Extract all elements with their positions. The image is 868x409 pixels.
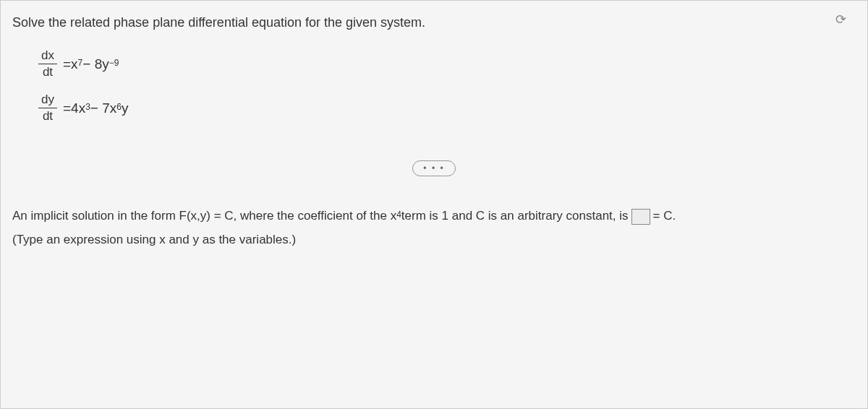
equals-sign: = (63, 56, 71, 72)
equation-1: dx dt = x7 − 8y−9 (38, 48, 856, 80)
fraction-dy-dt: dy dt (38, 92, 57, 124)
rhs-exp: 7 (78, 58, 83, 68)
equations-block: dx dt = x7 − 8y−9 dy dt = 4x3 − 7x6y (38, 48, 856, 124)
rhs-exp: 3 (85, 102, 90, 112)
answer-prompt: An implicit solution in the form F(x,y) … (12, 205, 856, 251)
prompt-text: = C. (653, 205, 676, 228)
rhs-text: 4x (71, 100, 85, 116)
rhs-2: 4x3 − 7x6y (71, 100, 128, 116)
rhs-text: − 8y (82, 56, 109, 72)
separator-row: • • • (12, 160, 856, 176)
frac-den: dt (40, 108, 56, 124)
page-title: Solve the related phase plane differenti… (12, 15, 856, 30)
rhs-text: − 7x (90, 100, 116, 116)
rhs-text: y (122, 100, 129, 116)
answer-input[interactable] (631, 209, 650, 225)
prompt-line1: An implicit solution in the form F(x,y) … (12, 205, 856, 228)
frac-den: dt (40, 64, 56, 80)
reset-icon[interactable]: ⟳ (835, 12, 846, 27)
prompt-exp: 4 (396, 207, 401, 223)
rhs-text: x (71, 56, 78, 72)
frac-num: dx (38, 48, 57, 64)
fraction-dx-dt: dx dt (38, 48, 57, 80)
prompt-text: An implicit solution in the form F(x,y) … (12, 205, 396, 228)
expand-dots-button[interactable]: • • • (412, 160, 455, 176)
rhs-exp: 6 (116, 102, 122, 112)
equals-sign: = (63, 100, 71, 116)
equation-2: dy dt = 4x3 − 7x6y (38, 92, 856, 124)
frac-num: dy (38, 92, 57, 108)
prompt-hint: (Type an expression using x and y as the… (12, 229, 856, 251)
rhs-1: x7 − 8y−9 (71, 56, 119, 72)
rhs-exp: −9 (109, 58, 119, 68)
prompt-text: term is 1 and C is an arbitrary constant… (401, 205, 629, 228)
